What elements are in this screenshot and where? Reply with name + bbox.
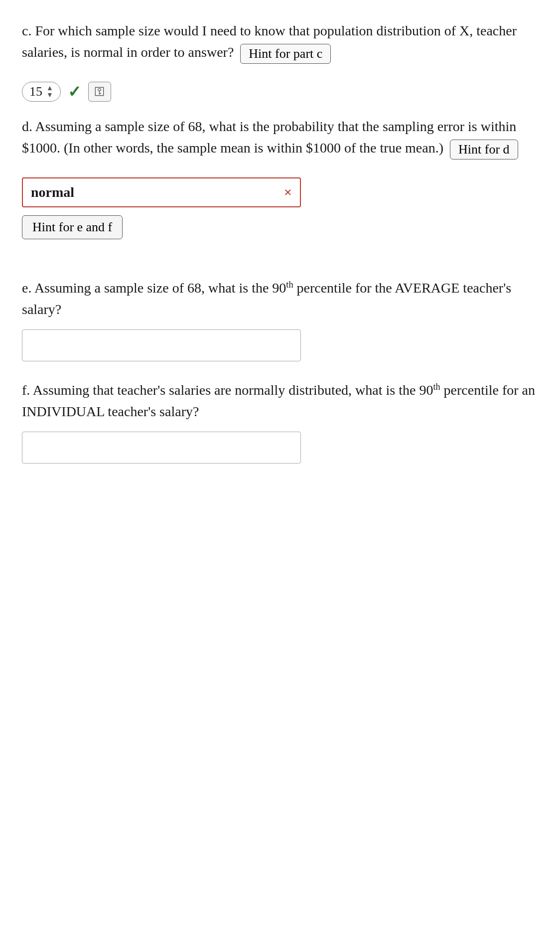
hint-ef-button[interactable]: Hint for e and f (22, 215, 123, 239)
part-f-sup: th (433, 381, 440, 391)
part-f-answer-input[interactable] (22, 432, 301, 464)
hint-part-d-button[interactable]: Hint for d (450, 140, 518, 159)
stepper-value: 15 (29, 84, 42, 99)
correct-checkmark: ✓ (68, 82, 81, 101)
clear-input-icon[interactable]: × (284, 184, 292, 200)
part-c-answer-row: 15 ▲ ▼ ✓ ⚿ (22, 82, 538, 102)
part-d-answer-input[interactable]: normal × (22, 177, 301, 207)
stepper-up-icon[interactable]: ▲ (46, 85, 53, 92)
stepper-arrows[interactable]: ▲ ▼ (46, 85, 53, 99)
stepper-input[interactable]: 15 ▲ ▼ (22, 82, 61, 102)
part-e-question: e. Assuming a sample size of 68, what is… (22, 277, 538, 320)
part-c-question: c. For which sample size would I need to… (22, 20, 538, 64)
part-e-sup: th (286, 280, 293, 290)
hint-part-c-button[interactable]: Hint for part c (240, 44, 331, 64)
part-d-question: d. Assuming a sample size of 68, what is… (22, 116, 538, 159)
part-e-answer-input[interactable] (22, 329, 301, 361)
part-f-section: f. Assuming that teacher's salaries are … (22, 379, 538, 464)
part-e-text-start: e. Assuming a sample size of 68, what is… (22, 280, 286, 296)
stepper-down-icon[interactable]: ▼ (46, 92, 53, 99)
part-c-section: c. For which sample size would I need to… (22, 20, 538, 64)
part-d-text: d. Assuming a sample size of 68, what is… (22, 119, 516, 156)
key-icon[interactable]: ⚿ (88, 82, 111, 102)
part-f-question: f. Assuming that teacher's salaries are … (22, 379, 538, 423)
part-e-section: e. Assuming a sample size of 68, what is… (22, 277, 538, 361)
key-symbol: ⚿ (94, 85, 105, 98)
part-d-section: d. Assuming a sample size of 68, what is… (22, 116, 538, 159)
part-f-text-start: f. Assuming that teacher's salaries are … (22, 382, 433, 398)
part-d-input-value: normal (31, 184, 284, 200)
